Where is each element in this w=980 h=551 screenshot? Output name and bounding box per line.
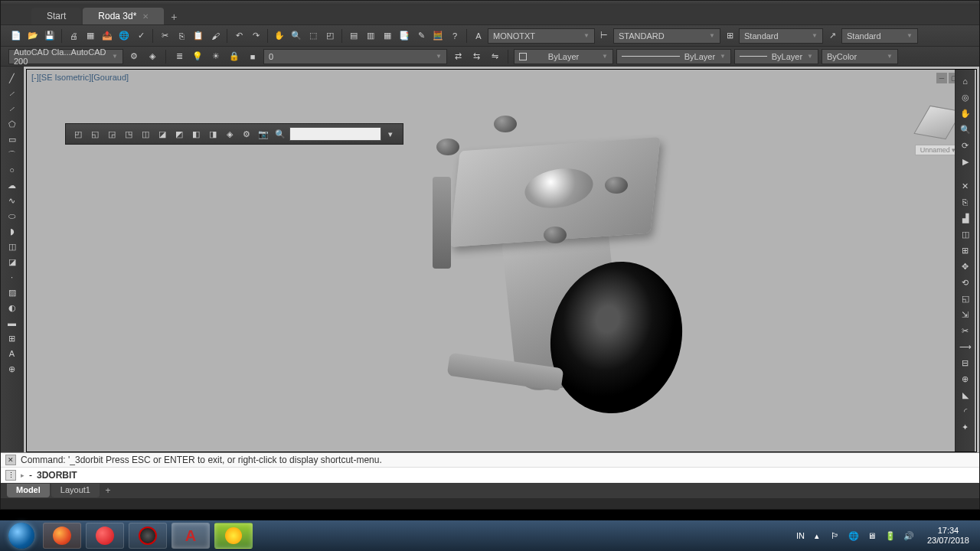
publish-icon[interactable]: 📤 (100, 28, 115, 44)
modify-rotate-icon[interactable]: ⟲ (958, 276, 973, 289)
command-close-button[interactable]: ✕ (5, 455, 16, 465)
nav-showmotion-icon[interactable]: ▶ (958, 155, 973, 168)
modify-move-icon[interactable]: ✥ (958, 259, 973, 273)
mleader-style-icon[interactable]: ↗ (825, 28, 840, 44)
visual-style-realistic-icon[interactable]: ◳ (121, 126, 136, 142)
visual-style-wire-icon[interactable]: ◱ (87, 126, 103, 142)
help-icon[interactable]: ? (447, 28, 462, 44)
quickcalc-icon[interactable]: 🧮 (430, 28, 446, 44)
workspace-combo[interactable]: AutoCAD Cla...AutoCAD 200▼ (8, 49, 123, 64)
plot-preview-icon[interactable]: ▦ (83, 28, 98, 44)
viewcube[interactable]: Unnamed ▾ (915, 100, 961, 146)
viewport-label[interactable]: [-][SE Isometric][Gouraud] (31, 73, 129, 82)
status-bar[interactable] (1, 498, 979, 509)
zoom-window-icon[interactable]: ⬚ (305, 28, 321, 44)
tray-network-icon[interactable]: 🌐 (848, 530, 860, 542)
spline-icon[interactable]: ∿ (5, 194, 20, 207)
nav-orbit-icon[interactable]: ⟳ (958, 139, 973, 152)
visual-style-manager-icon[interactable]: ⚙ (239, 126, 254, 142)
match-icon[interactable]: 🖌 (207, 28, 223, 44)
visual-style-dropdown-icon[interactable]: ▾ (383, 126, 398, 142)
layer-states-icon[interactable]: ⇄ (450, 49, 466, 64)
workspace-settings-icon[interactable]: ⚙ (126, 49, 142, 64)
redo-icon[interactable]: ↷ (248, 28, 263, 44)
polygon-icon[interactable]: ⬠ (5, 117, 20, 131)
taskbar-recorder[interactable] (129, 523, 167, 549)
command-input-row[interactable]: ⋮ ▸ - 3DORBIT (1, 467, 979, 482)
polyline-icon[interactable]: ⟋ (5, 102, 20, 116)
viewcube-label[interactable]: Unnamed ▾ (915, 145, 961, 155)
check-icon[interactable]: ✓ (133, 28, 149, 44)
tray-battery-icon[interactable]: 🔋 (884, 530, 897, 542)
layer-combo[interactable]: 0▼ (263, 49, 447, 64)
modify-array-icon[interactable]: ⊞ (958, 243, 973, 257)
undo-icon[interactable]: ↶ (231, 28, 247, 44)
modify-mirror-icon[interactable]: ▟ (958, 211, 973, 225)
sheet-set-icon[interactable]: 📑 (397, 28, 412, 44)
visual-style-input[interactable] (289, 127, 381, 141)
visual-style-2d-icon[interactable]: ◰ (70, 126, 86, 142)
print-icon[interactable]: 🖨 (66, 28, 81, 44)
gradient-icon[interactable]: ◐ (5, 301, 20, 315)
tray-clock[interactable]: 17:34 23/07/2018 (921, 526, 975, 546)
pan-icon[interactable]: ✋ (272, 28, 287, 44)
workspace-lock-icon[interactable]: ◈ (145, 49, 160, 64)
new-icon[interactable]: 📄 (8, 28, 24, 44)
lineweight-combo[interactable]: ByLayer▼ (616, 49, 731, 64)
region-icon[interactable]: ▬ (5, 316, 20, 330)
nav-pan-icon[interactable]: ✋ (958, 106, 973, 120)
tray-display-icon[interactable]: 🖥 (866, 530, 878, 542)
nav-zoom-icon[interactable]: 🔍 (958, 122, 973, 136)
rectangle-icon[interactable]: ▭ (5, 132, 20, 146)
design-center-icon[interactable]: ▥ (363, 28, 378, 44)
viewport[interactable]: [-][SE Isometric][Gouraud] ─ ▢ ✕ ◰ ◱ ◲ ◳… (26, 69, 977, 452)
modify-trim-icon[interactable]: ✂ (958, 324, 973, 337)
table-style-icon[interactable]: ⊞ (722, 28, 737, 44)
taskbar-firefox[interactable] (43, 523, 81, 549)
modify-scale-icon[interactable]: ◱ (958, 292, 973, 305)
layout-tab-add-button[interactable]: + (101, 484, 115, 497)
taskbar-opera[interactable] (86, 523, 124, 549)
circle-icon[interactable]: ○ (5, 163, 20, 177)
layer-manager-icon[interactable]: ≣ (172, 49, 187, 64)
ellipse-arc-icon[interactable]: ◗ (5, 224, 20, 238)
command-grip-icon[interactable]: ⋮ (5, 470, 16, 481)
modify-stretch-icon[interactable]: ⇲ (958, 308, 973, 321)
line-icon[interactable]: ╱ (5, 71, 20, 85)
start-button[interactable] (5, 521, 38, 550)
dim-style-combo[interactable]: STANDARD▼ (613, 28, 720, 44)
tray-lang[interactable]: IN (796, 531, 805, 540)
mtext-icon[interactable]: A (5, 347, 20, 360)
layer-match-icon[interactable]: ⇋ (487, 49, 502, 64)
modify-join-icon[interactable]: ⊕ (958, 372, 973, 386)
text-style-combo[interactable]: MONOTXT▼ (488, 28, 595, 44)
dim-style-icon[interactable]: ⊢ (596, 28, 612, 44)
markup-icon[interactable]: ✎ (413, 28, 429, 44)
table-icon[interactable]: ⊞ (5, 331, 20, 345)
table-style-combo[interactable]: Standard▼ (739, 28, 823, 44)
visual-style-shaded-edges-icon[interactable]: ◩ (172, 126, 187, 142)
color-combo[interactable]: ByLayer▼ (514, 49, 613, 64)
tab-layout1[interactable]: Layout1 (51, 484, 100, 497)
modify-extend-icon[interactable]: ⟶ (958, 340, 973, 354)
layer-freeze-icon[interactable]: ☀ (208, 49, 224, 64)
ellipse-icon[interactable]: ⬭ (5, 209, 20, 223)
floating-toolbar[interactable]: ◰ ◱ ◲ ◳ ◫ ◪ ◩ ◧ ◨ ◈ ⚙ 📷 🔍 ▾ (65, 123, 403, 145)
modify-break-icon[interactable]: ⊟ (958, 356, 973, 370)
tray-volume-icon[interactable]: 🔊 (903, 530, 915, 542)
visual-style-sketchy-icon[interactable]: ◨ (205, 126, 220, 142)
visual-style-shades-grey-icon[interactable]: ◧ (188, 126, 204, 142)
nav-home-icon[interactable]: ⌂ (958, 74, 973, 88)
hatch-icon[interactable]: ▨ (5, 285, 20, 299)
make-block-icon[interactable]: ◪ (5, 255, 20, 269)
taskbar-autocad[interactable]: A (172, 523, 210, 549)
cut-icon[interactable]: ✂ (157, 28, 172, 44)
plotstyle-combo[interactable]: ByColor▼ (822, 49, 898, 64)
save-icon[interactable]: 💾 (42, 28, 57, 44)
arc-icon[interactable]: ⌒ (5, 148, 20, 161)
text-icon[interactable]: A (471, 28, 486, 44)
visual-style-search-icon[interactable]: 🔍 (273, 126, 288, 142)
modify-chamfer-icon[interactable]: ◣ (958, 388, 973, 402)
construction-line-icon[interactable]: ⟋ (5, 86, 20, 100)
insert-block-icon[interactable]: ◫ (5, 240, 20, 253)
